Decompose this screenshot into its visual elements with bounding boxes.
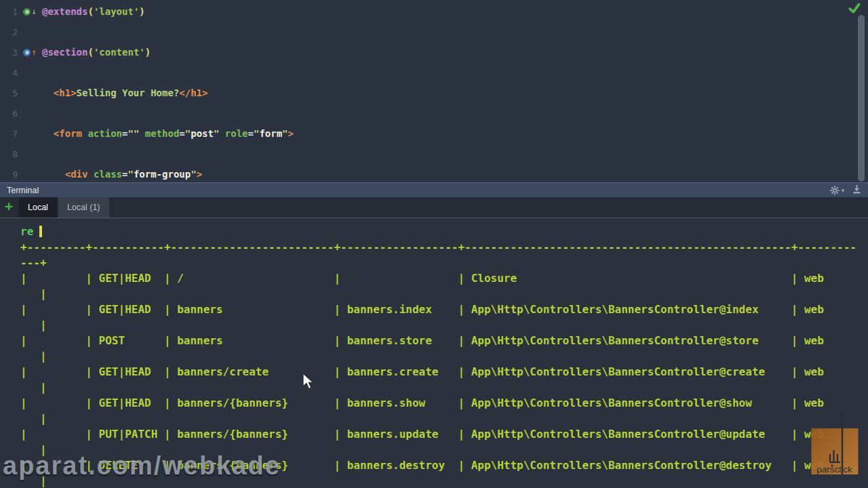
terminal-panel: + × Local Local (1) re+---------+-------… xyxy=(0,197,868,488)
editor-line[interactable]: 2 xyxy=(0,22,868,42)
editor-line[interactable]: 6 xyxy=(0,103,868,123)
terminal-settings-button[interactable]: ▾ xyxy=(830,186,844,195)
blade-extends-gutter-icon[interactable]: o↓ xyxy=(18,7,42,16)
mouse-cursor xyxy=(302,373,316,393)
terminal-titlebar: Terminal ▾ xyxy=(0,182,868,197)
code-text: <h1>Selling Your Home?</h1> xyxy=(42,87,208,98)
tab-local[interactable]: Local xyxy=(19,197,57,218)
terminal-line: | xyxy=(20,348,868,364)
terminal-line: | xyxy=(20,411,868,426)
line-number: 4 xyxy=(0,68,18,78)
terminal-line: | | GET|HEAD | banners/create | banners.… xyxy=(20,364,868,380)
editor-line[interactable]: 8 xyxy=(0,144,868,164)
terminal-line: +---------+-----------+-----------------… xyxy=(20,239,868,255)
line-number: 8 xyxy=(0,149,18,159)
terminal-prompt-line[interactable]: re xyxy=(20,224,868,239)
line-number: 3 xyxy=(0,47,18,58)
terminal-line: | | PUT|PATCH | banners/{banners} | bann… xyxy=(20,426,868,442)
gear-icon xyxy=(830,186,840,195)
terminal-line: | | GET|HEAD | banners/{banners} | banne… xyxy=(20,395,868,411)
watermark-text: aparat.com/webkade xyxy=(3,451,281,481)
code-text: @section('content') xyxy=(42,47,151,58)
editor-line[interactable]: 1o↓@extends('layout') xyxy=(0,1,868,22)
editor-line[interactable]: 7 <form action="" method="post" role="fo… xyxy=(0,123,868,144)
line-number: 1 xyxy=(0,7,18,17)
line-number: 2 xyxy=(0,27,18,37)
tab-local-1[interactable]: Local (1) xyxy=(58,197,109,218)
terminal-title: Terminal xyxy=(7,186,39,195)
line-number: 6 xyxy=(0,108,18,119)
editor-lines: 1o↓@extends('layout')23o↑@section('conte… xyxy=(0,1,868,184)
editor-line[interactable]: 9 <div class="form-group"> xyxy=(0,164,868,184)
terminal-line: | | GET|HEAD | banners | banners.index |… xyxy=(20,302,868,317)
editor-line[interactable]: 5 <h1>Selling Your Home?</h1> xyxy=(0,83,868,103)
chevron-down-icon: ▾ xyxy=(841,187,844,194)
hide-down-icon xyxy=(852,184,861,194)
terminal-cursor xyxy=(39,226,42,237)
terminal-line: | | GET|HEAD | / | | Closure | web xyxy=(20,270,868,286)
editor-pane[interactable]: 1o↓@extends('layout')23o↑@section('conte… xyxy=(0,0,868,182)
ide-window: 1o↓@extends('layout')23o↑@section('conte… xyxy=(0,0,868,488)
line-number: 7 xyxy=(0,129,18,139)
editor-scrollbar[interactable] xyxy=(858,15,865,182)
blade-section-gutter-icon[interactable]: o↑ xyxy=(18,48,42,56)
new-session-plus-icon[interactable]: + xyxy=(5,199,13,213)
terminal-line: | xyxy=(20,286,868,302)
editor-line[interactable]: 3o↑@section('content') xyxy=(0,42,868,62)
terminal-console[interactable]: re+---------+-----------+---------------… xyxy=(0,218,868,488)
editor-line[interactable]: 4 xyxy=(0,62,868,83)
hide-panel-button[interactable] xyxy=(852,184,861,196)
code-text: @extends('layout') xyxy=(42,6,145,17)
terminal-line: | | POST | banners | banners.store | App… xyxy=(20,333,868,348)
line-number: 9 xyxy=(0,169,18,180)
logo-wordmark: parsclick xyxy=(816,464,852,474)
code-text: <form action="" method="post" role="form… xyxy=(42,128,294,139)
prompt-text: re xyxy=(20,225,33,238)
code-text: <div class="form-group"> xyxy=(42,169,202,180)
line-number: 5 xyxy=(0,88,18,98)
terminal-line: | xyxy=(20,317,868,333)
parsclick-logo: parsclick xyxy=(811,405,859,479)
terminal-line: ---+ xyxy=(20,255,868,270)
terminal-line: | xyxy=(20,380,868,395)
terminal-tabs: Local Local (1) xyxy=(0,197,868,218)
